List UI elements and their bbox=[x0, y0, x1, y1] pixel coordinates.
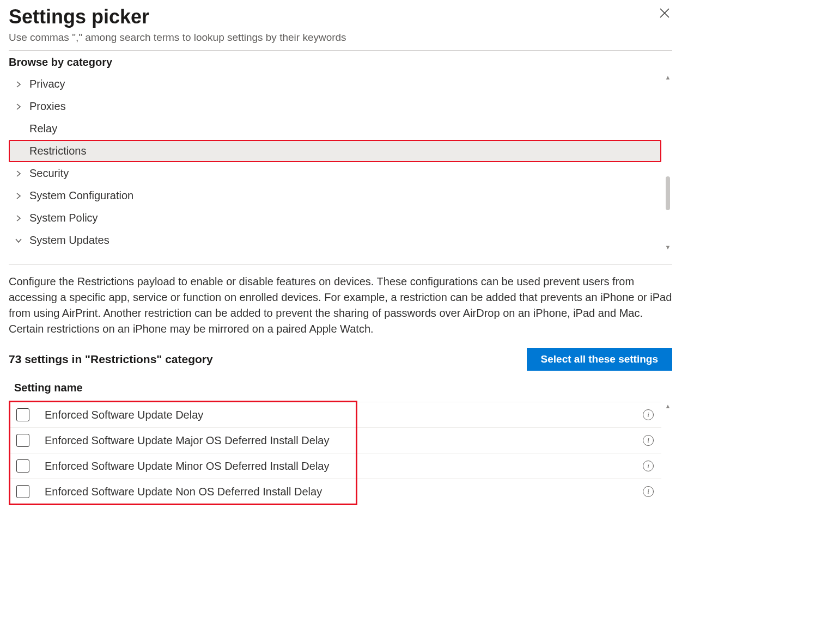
scroll-down-icon[interactable]: ▼ bbox=[664, 243, 672, 251]
setting-row[interactable]: Enforced Software Update Major OS Deferr… bbox=[9, 427, 661, 453]
page-title: Settings picker bbox=[9, 5, 346, 28]
chevron-right-icon[interactable] bbox=[13, 193, 24, 199]
setting-label: Enforced Software Update Delay bbox=[45, 409, 643, 421]
setting-label: Enforced Software Update Major OS Deferr… bbox=[45, 434, 643, 447]
category-description: Configure the Restrictions payload to en… bbox=[9, 274, 672, 337]
category-label: Security bbox=[29, 167, 69, 180]
category-item-proxies[interactable]: Proxies bbox=[9, 95, 661, 118]
settings-table: Enforced Software Update DelayiEnforced … bbox=[9, 402, 672, 504]
close-button[interactable] bbox=[657, 5, 672, 23]
category-label: Privacy bbox=[29, 78, 65, 90]
category-label: System Policy bbox=[29, 212, 98, 224]
category-label: System Configuration bbox=[29, 189, 133, 202]
chevron-down-icon[interactable] bbox=[13, 237, 24, 244]
scroll-thumb[interactable] bbox=[666, 176, 670, 210]
chevron-right-icon[interactable] bbox=[13, 170, 24, 177]
category-label: Proxies bbox=[29, 100, 66, 113]
settings-scrollbar[interactable]: ▲ bbox=[664, 402, 672, 504]
chevron-right-icon[interactable] bbox=[13, 215, 24, 222]
setting-row[interactable]: Enforced Software Update Non OS Deferred… bbox=[9, 478, 661, 504]
scroll-up-icon[interactable]: ▲ bbox=[664, 73, 672, 82]
info-icon[interactable]: i bbox=[643, 486, 654, 497]
settings-count-label: 73 settings in "Restrictions" category bbox=[9, 353, 213, 366]
category-item-system-updates[interactable]: System Updates bbox=[9, 229, 661, 251]
category-item-restrictions[interactable]: Restrictions bbox=[9, 140, 661, 162]
setting-checkbox[interactable] bbox=[16, 434, 29, 447]
page-subtitle: Use commas "," among search terms to loo… bbox=[9, 32, 346, 44]
setting-label: Enforced Software Update Non OS Deferred… bbox=[45, 486, 643, 498]
close-icon bbox=[659, 8, 670, 19]
category-item-privacy[interactable]: Privacy bbox=[9, 73, 661, 95]
column-header-setting-name[interactable]: Setting name bbox=[9, 378, 672, 402]
setting-checkbox[interactable] bbox=[16, 485, 29, 498]
setting-checkbox[interactable] bbox=[16, 459, 29, 473]
chevron-right-icon[interactable] bbox=[13, 81, 24, 88]
info-icon[interactable]: i bbox=[643, 435, 654, 446]
info-icon[interactable]: i bbox=[643, 409, 654, 420]
chevron-right-icon[interactable] bbox=[13, 103, 24, 110]
select-all-button[interactable]: Select all these settings bbox=[527, 348, 672, 371]
category-item-system-configuration[interactable]: System Configuration bbox=[9, 185, 661, 207]
category-item-system-policy[interactable]: System Policy bbox=[9, 207, 661, 229]
browse-by-category-label: Browse by category bbox=[9, 56, 672, 69]
divider bbox=[9, 265, 672, 265]
category-label: Relay bbox=[29, 122, 57, 135]
category-scrollbar[interactable]: ▲ ▼ bbox=[664, 73, 672, 251]
category-label: Restrictions bbox=[29, 145, 86, 157]
setting-label: Enforced Software Update Minor OS Deferr… bbox=[45, 460, 643, 473]
category-item-security[interactable]: Security bbox=[9, 162, 661, 185]
divider bbox=[9, 50, 672, 51]
setting-row[interactable]: Enforced Software Update Minor OS Deferr… bbox=[9, 453, 661, 478]
category-list: PrivacyProxiesRelayRestrictionsSecurityS… bbox=[9, 73, 672, 251]
setting-row[interactable]: Enforced Software Update Delayi bbox=[9, 402, 661, 427]
info-icon[interactable]: i bbox=[643, 461, 654, 471]
category-label: System Updates bbox=[29, 234, 109, 247]
setting-checkbox[interactable] bbox=[16, 408, 29, 421]
category-item-relay[interactable]: Relay bbox=[9, 118, 661, 140]
scroll-up-icon[interactable]: ▲ bbox=[664, 402, 672, 410]
